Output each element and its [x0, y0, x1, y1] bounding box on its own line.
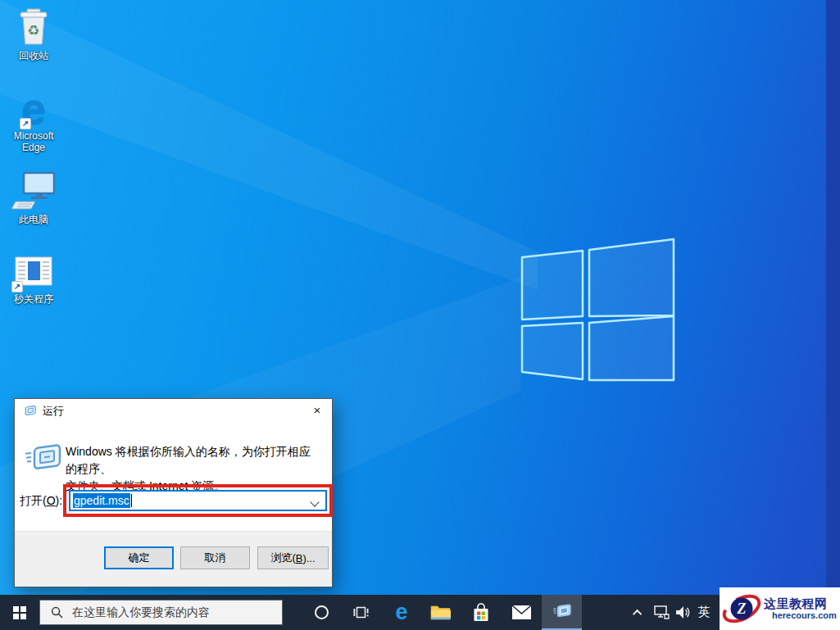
- wallpaper-edge-shade: [826, 0, 840, 630]
- run-app-icon: [552, 603, 572, 620]
- network-icon: [654, 605, 670, 619]
- run-icon: [25, 442, 62, 476]
- annotation-highlight-box: gpedit.msc: [63, 484, 333, 517]
- tray-ime-indicator[interactable]: 英: [693, 595, 715, 630]
- svg-text:♻: ♻: [27, 23, 39, 39]
- browse-button[interactable]: 浏览(B)...: [257, 546, 329, 569]
- taskbar-edge-icon[interactable]: e: [384, 595, 420, 630]
- windows-logo-wallpaper: [516, 232, 680, 394]
- search-icon: [51, 606, 63, 619]
- watermark-logo-icon: Z: [720, 589, 763, 628]
- selected-input-text: gpedit.msc: [73, 493, 130, 508]
- run-command-combobox[interactable]: gpedit.msc: [69, 490, 327, 511]
- site-watermark: Z 这里教程网 herecours.com: [720, 587, 840, 630]
- desktop-icon-label: 此电脑: [19, 214, 48, 225]
- watermark-site-domain: herecours.com: [772, 610, 837, 621]
- open-field-label: 打开(O):: [20, 494, 62, 509]
- taskbar-search-input[interactable]: 在这里输入你要搜索的内容: [39, 600, 283, 625]
- run-dialog-title: 运行: [43, 404, 64, 419]
- edge-icon: e ↗: [21, 85, 46, 128]
- cortana-button[interactable]: [306, 595, 336, 630]
- desktop-icon-recycle-bin[interactable]: ♻ 回收站: [1, 5, 66, 61]
- cancel-button[interactable]: 取消: [180, 546, 250, 569]
- this-pc-icon: [11, 169, 57, 211]
- taskbar-run-app-button-active[interactable]: [542, 595, 582, 630]
- start-button[interactable]: [0, 595, 39, 630]
- recycle-bin-icon: ♻: [16, 5, 52, 48]
- desktop-icon-program-shortcut[interactable]: ↗ 秒关程序: [1, 248, 66, 305]
- close-icon[interactable]: ×: [302, 399, 332, 420]
- dialog-button-strip: 确定 取消 浏览(B)...: [15, 531, 332, 587]
- taskbar-file-explorer-icon[interactable]: [423, 595, 459, 630]
- desktop-icon-label: 回收站: [19, 50, 48, 61]
- program-window-icon: ↗: [13, 248, 54, 291]
- cortana-icon: [315, 605, 329, 619]
- desktop-screen: ♻ 回收站 e ↗ Microsoft Edge 此电脑: [0, 0, 840, 630]
- desktop-icon-this-pc[interactable]: 此电脑: [1, 169, 66, 225]
- desktop-icon-label: Microsoft Edge: [2, 130, 66, 153]
- taskbar: 在这里输入你要搜索的内容 e: [0, 595, 840, 630]
- svg-text:Z: Z: [737, 601, 747, 617]
- run-dialog-titlebar[interactable]: 运行 ×: [15, 399, 332, 423]
- run-dialog-icon: [22, 405, 37, 418]
- chevron-down-icon[interactable]: [310, 497, 319, 506]
- tray-show-hidden-icons-button[interactable]: [628, 595, 649, 630]
- watermark-site-name: 这里教程网: [764, 596, 837, 610]
- shortcut-arrow-icon: ↗: [11, 281, 23, 292]
- desktop-icon-microsoft-edge[interactable]: e ↗ Microsoft Edge: [1, 85, 66, 153]
- search-placeholder: 在这里输入你要搜索的内容: [72, 605, 210, 620]
- speaker-icon: [675, 605, 691, 619]
- text-caret: [131, 494, 132, 507]
- chevron-up-icon: [633, 609, 642, 618]
- watermark-text: 这里教程网 herecours.com: [764, 596, 837, 621]
- task-view-button[interactable]: [344, 595, 377, 630]
- tray-volume-button[interactable]: [672, 595, 693, 630]
- desktop-icon-label: 秒关程序: [14, 293, 53, 305]
- ok-button[interactable]: 确定: [104, 546, 174, 569]
- shortcut-arrow-icon: ↗: [20, 118, 31, 129]
- task-view-icon: [353, 605, 369, 620]
- taskbar-mail-icon[interactable]: [503, 595, 539, 630]
- run-dialog: 运行 × Windows 将根据你所输入的名称，为你打开相应的程序、 文件夹、文…: [14, 398, 333, 587]
- taskbar-store-icon[interactable]: [463, 595, 499, 630]
- windows-start-icon: [13, 606, 26, 619]
- tray-network-button[interactable]: [651, 595, 672, 630]
